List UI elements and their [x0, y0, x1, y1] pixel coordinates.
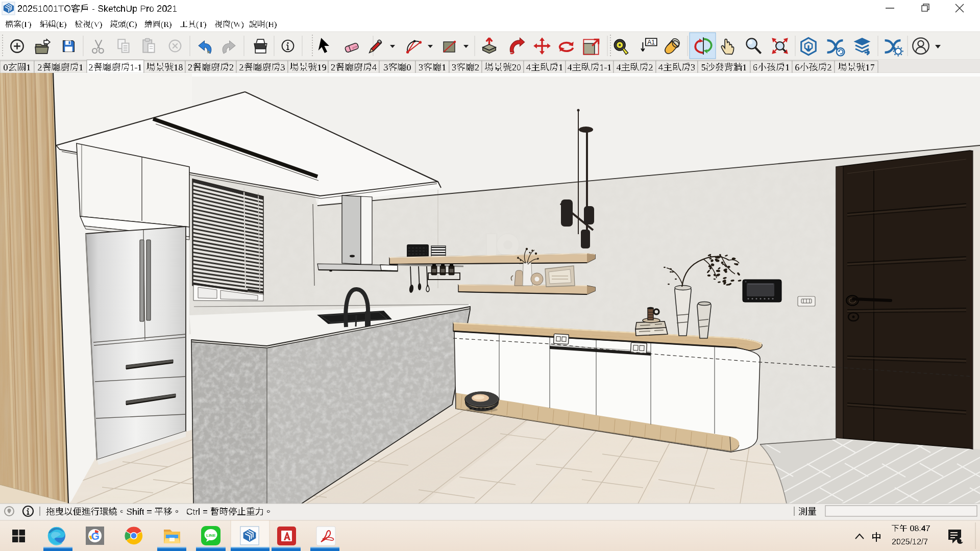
- svg-text:A1: A1: [647, 39, 655, 46]
- svg-text:LINE: LINE: [206, 533, 216, 538]
- svg-text:G: G: [91, 530, 100, 542]
